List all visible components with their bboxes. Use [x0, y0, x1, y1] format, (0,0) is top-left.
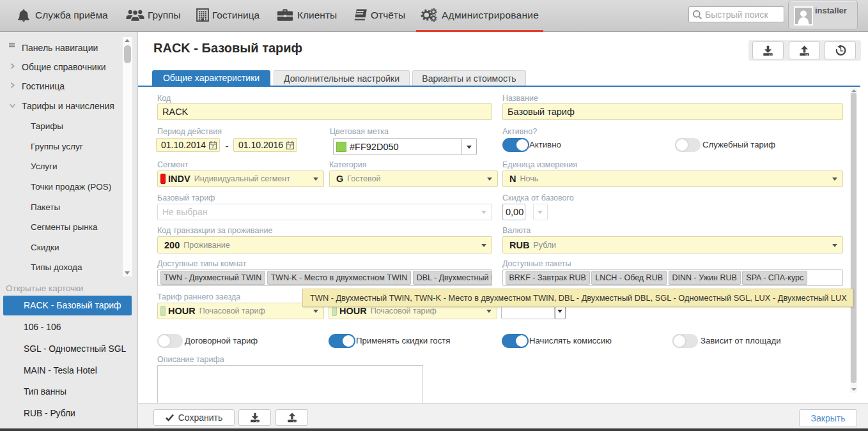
svg-text:7: 7	[289, 144, 291, 149]
svg-text:7: 7	[212, 144, 214, 149]
